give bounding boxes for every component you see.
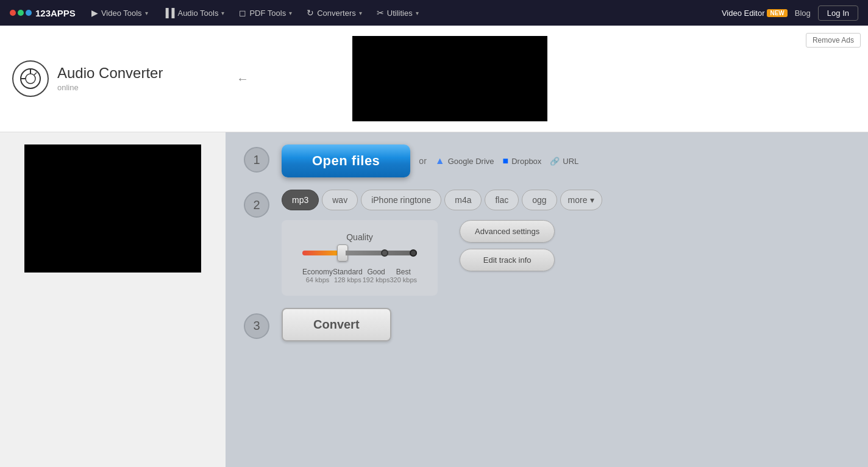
login-button[interactable]: Log In: [818, 5, 858, 21]
best-kbps: 320 kbps: [390, 276, 417, 283]
remove-ads-button[interactable]: Remove Ads: [806, 33, 861, 48]
chevron-down-icon: ▾: [145, 10, 148, 16]
nav-utilities[interactable]: ✂ Utilities ▾: [371, 4, 425, 21]
chevron-down-icon-conv: ▾: [359, 10, 362, 16]
dot-blue: [26, 10, 32, 16]
app-logo-icon: [12, 60, 49, 97]
logo-dots: [10, 10, 32, 16]
url-icon: 🔗: [550, 157, 560, 166]
navbar: 123APPS ▶ Video Tools ▾ ▐▐ Audio Tools ▾…: [0, 0, 868, 26]
left-sidebar: Audio Converter online: [0, 26, 226, 467]
app-title: Audio Converter: [57, 65, 163, 82]
dot-red: [10, 10, 16, 16]
google-drive-icon: ▲: [435, 155, 445, 166]
video-editor-link[interactable]: Video Editor NEW: [722, 9, 788, 18]
slider-dot-good: [381, 249, 388, 257]
convert-button[interactable]: Convert: [282, 308, 391, 341]
edit-track-info-button[interactable]: Edit track info: [460, 249, 555, 271]
format-tabs: mp3 wav iPhone ringtone m4a flac ogg mor…: [282, 190, 850, 210]
economy-kbps: 64 kbps: [302, 276, 333, 283]
svg-point-1: [26, 74, 35, 84]
dropbox-icon: ■: [503, 155, 509, 166]
standard-label: Standard: [333, 268, 363, 276]
nav-audio-tools[interactable]: ▐▐ Audio Tools ▾: [157, 4, 231, 21]
format-tab-flac[interactable]: flac: [485, 190, 519, 210]
converter-panel: 1 Open files or ▲ Google Drive ■ Dropbox: [226, 132, 868, 437]
new-badge: NEW: [767, 9, 787, 17]
nav-video-tools-label: Video Tools: [101, 9, 142, 18]
dropbox-link[interactable]: ■ Dropbox: [503, 155, 542, 166]
format-tab-wav[interactable]: wav: [322, 190, 358, 210]
navbar-right: Video Editor NEW Blog Log In: [722, 5, 858, 21]
step1-row: 1 Open files or ▲ Google Drive ■ Dropbox: [244, 144, 850, 177]
audio-tools-icon: ▐▐: [163, 8, 175, 18]
format-tab-mp3[interactable]: mp3: [282, 190, 319, 210]
economy-label: Economy: [302, 268, 333, 276]
google-drive-label: Google Drive: [448, 157, 494, 166]
chevron-down-icon-audio: ▾: [221, 10, 224, 16]
video-editor-label: Video Editor: [722, 9, 765, 18]
best-label: Best: [390, 268, 417, 276]
top-banner-area: ← Remove Ads: [226, 26, 868, 132]
app-title-area: Audio Converter online: [57, 65, 163, 93]
standard-kbps: 128 kbps: [333, 276, 363, 283]
chevron-down-icon-pdf: ▾: [289, 10, 292, 16]
pdf-tools-icon: ◻: [239, 8, 246, 18]
quality-best: Best 320 kbps: [390, 268, 417, 283]
url-link[interactable]: 🔗 URL: [550, 157, 578, 166]
step1-number: 1: [244, 147, 269, 173]
dropbox-label: Dropbox: [511, 157, 541, 166]
slider-dot-best: [410, 249, 417, 257]
good-label: Good: [363, 268, 390, 276]
right-content: ← Remove Ads 1 Open files or ▲ Google Dr…: [226, 26, 868, 467]
page-body: Audio Converter online ← Remove Ads 1: [0, 26, 868, 467]
utilities-icon: ✂: [377, 8, 384, 18]
format-tab-ogg[interactable]: ogg: [522, 190, 557, 210]
logo-text: 123APPS: [35, 8, 76, 18]
step2-content: mp3 wav iPhone ringtone m4a flac ogg mor…: [282, 190, 850, 296]
format-tab-m4a[interactable]: m4a: [444, 190, 482, 210]
more-chevron-icon: ▾: [590, 195, 594, 205]
converters-icon: ↻: [307, 8, 314, 18]
format-tab-iphone-ringtone[interactable]: iPhone ringtone: [361, 190, 441, 210]
open-files-area: Open files or ▲ Google Drive ■ Dropbox 🔗: [282, 144, 578, 177]
open-files-button[interactable]: Open files: [282, 144, 410, 177]
blog-link[interactable]: Blog: [795, 9, 811, 18]
url-label: URL: [563, 157, 578, 166]
or-text: or: [419, 156, 426, 166]
chevron-down-icon-util: ▾: [416, 10, 419, 16]
right-action-buttons: Advanced settings Edit track info: [460, 220, 555, 271]
good-kbps: 192 kbps: [363, 276, 390, 283]
step3-number: 3: [244, 313, 269, 339]
top-ad-banner: [352, 36, 547, 121]
quality-section: Quality: [296, 232, 423, 283]
nav-converters-label: Converters: [317, 9, 356, 18]
step2-row: 2 mp3 wav iPhone ringtone m4a flac ogg m…: [244, 190, 850, 296]
svg-line-4: [34, 73, 37, 75]
nav-video-tools[interactable]: ▶ Video Tools ▾: [85, 4, 154, 21]
slider-container: Economy 64 kbps Standard 128 kbps: [302, 251, 417, 283]
google-drive-link[interactable]: ▲ Google Drive: [435, 155, 494, 166]
nav-pdf-tools-label: PDF Tools: [249, 9, 286, 18]
back-button[interactable]: ←: [237, 72, 249, 86]
nav-pdf-tools[interactable]: ◻ PDF Tools ▾: [233, 4, 298, 21]
quality-slider-track: [302, 251, 417, 255]
quality-economy: Economy 64 kbps: [302, 268, 333, 283]
quality-standard: Standard 128 kbps: [333, 268, 363, 283]
nav-utilities-label: Utilities: [387, 9, 413, 18]
quality-and-buttons: Quality: [282, 220, 850, 296]
format-tab-more[interactable]: more ▾: [560, 190, 602, 210]
video-tools-icon: ▶: [91, 8, 98, 18]
more-label: more: [568, 195, 588, 205]
logo[interactable]: 123APPS: [10, 8, 76, 18]
quality-markers: Economy 64 kbps Standard 128 kbps: [302, 268, 417, 283]
dot-green: [18, 10, 24, 16]
nav-converters[interactable]: ↻ Converters ▾: [301, 4, 368, 21]
nav-audio-tools-label: Audio Tools: [177, 9, 218, 18]
advanced-settings-button[interactable]: Advanced settings: [460, 220, 555, 243]
quality-good: Good 192 kbps: [363, 268, 390, 283]
page-container: 123APPS ▶ Video Tools ▾ ▐▐ Audio Tools ▾…: [0, 0, 868, 467]
quality-label: Quality: [296, 232, 423, 242]
quality-panel: Quality: [282, 220, 438, 296]
app-subtitle: online: [57, 83, 79, 92]
